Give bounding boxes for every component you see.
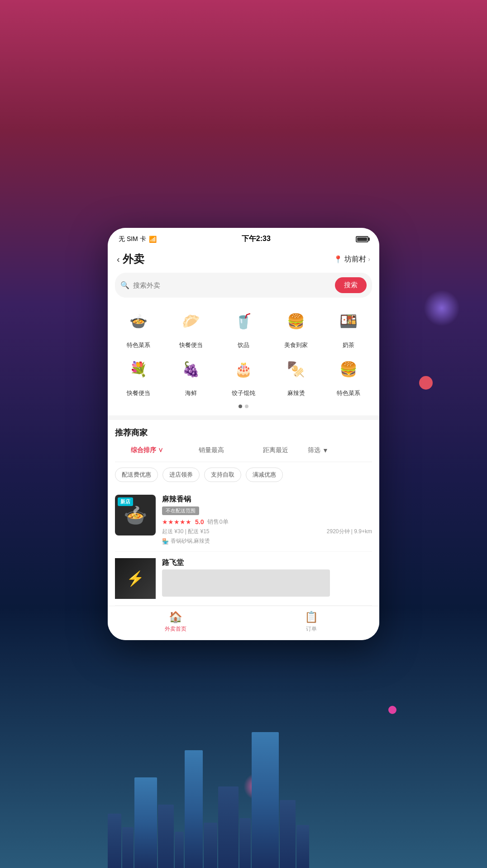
merchants-section: 推荐商家 综合排序 ∨ 销量最高 距离最近 筛选 ▼ 配送费优惠 进店领券 支持… [108, 420, 379, 606]
tejiacai-icon: 🍲 [122, 305, 155, 338]
category-img-meishi: 🍔 [280, 305, 312, 338]
dot-1 [239, 405, 242, 408]
dot-2 [245, 405, 248, 408]
category-item-haixian[interactable]: 🍇 海鲜 [168, 353, 214, 397]
location-selector[interactable]: 📍 坊前村 › [334, 255, 370, 264]
category-img-kuaican2: 💐 [122, 353, 155, 386]
category-item-yinpin[interactable]: 🥤 饮品 [221, 305, 266, 349]
new-badge: 新店 [118, 497, 133, 506]
category-label-tejiacai: 特色菜系 [127, 341, 150, 349]
kuaican-icon: 🥟 [175, 305, 207, 338]
not-in-range-badge: 不在配送范围 [162, 506, 199, 515]
category-item-jiaozi[interactable]: 🎂 饺子馄饨 [221, 353, 266, 397]
category-label-mala: 麻辣烫 [287, 389, 305, 397]
sort-comprehensive[interactable]: 综合排序 ∨ [115, 444, 179, 456]
bg-orb-red [419, 376, 433, 390]
location-pin-icon: 📍 [334, 255, 343, 264]
sim-status: 无 SIM 卡 [119, 235, 146, 243]
category-img-kuaican: 🥟 [175, 305, 207, 338]
sort-distance[interactable]: 距离最近 [244, 444, 308, 456]
category-item-meishi[interactable]: 🍔 美食到家 [273, 305, 319, 349]
search-button[interactable]: 搜索 [335, 277, 367, 293]
sort-distance-label: 距离最近 [263, 446, 288, 453]
category-img-yinpin: 🥤 [227, 305, 260, 338]
category-label-kuaican: 快餐便当 [179, 341, 203, 349]
category-row-2: 💐 快餐便当 🍇 海鲜 🎂 饺子馄饨 🍢 麻辣烫 [112, 353, 375, 397]
back-button[interactable]: ‹ [117, 254, 120, 265]
nav-label-orders: 订单 [306, 625, 317, 633]
category-label-jiaozi: 饺子馄饨 [232, 389, 255, 397]
category-label-haixian: 海鲜 [185, 389, 197, 397]
category-img-haixian: 🍇 [175, 353, 207, 386]
location-arrow-icon: › [368, 256, 370, 263]
restaurant-card-mala[interactable]: 新店 🍲 麻辣香锅 不在配送范围 ★★★★★ 5.0 销售0单 起送 ¥30 |… [115, 488, 372, 552]
lufeiting-icon: ⚡ [126, 570, 144, 587]
category-item-mala[interactable]: 🍢 麻辣烫 [273, 353, 319, 397]
sort-sales-label: 销量最高 [199, 446, 224, 453]
category-img-nacha: 🍱 [332, 305, 365, 338]
category-label-meishi: 美食到家 [284, 341, 308, 349]
rating-score-mala: 5.0 [195, 518, 204, 526]
sales-mala: 销售0单 [207, 518, 228, 526]
category-item-nacha[interactable]: 🍱 奶茶 [326, 305, 371, 349]
filter-icon: ▼ [322, 447, 329, 454]
sort-comprehensive-label: 综合排序 [131, 446, 156, 453]
city-skyline [108, 709, 379, 868]
nacha-icon: 🍱 [332, 305, 365, 338]
restaurant-card-lufeiting[interactable]: ⚡ 路飞堂 [115, 552, 372, 606]
wifi-icon: 📶 [149, 236, 157, 243]
category-img-jiaozi: 🎂 [227, 353, 260, 386]
restaurant-info-lufeiting: 路飞堂 [162, 558, 372, 599]
jiaozi-icon: 🎂 [227, 353, 260, 386]
category-item-kuaican[interactable]: 🥟 快餐便当 [168, 305, 214, 349]
category-section: 🍲 特色菜系 🥟 快餐便当 🥤 饮品 🍔 美食到家 [108, 305, 379, 415]
filter-tags: 配送费优惠 进店领券 支持自取 满减优惠 [115, 468, 372, 482]
shop-icon: 🏪 [162, 538, 169, 545]
category-item-kuaican2[interactable]: 💐 快餐便当 [116, 353, 161, 397]
yinpin-icon: 🥤 [227, 305, 260, 338]
home-icon: 🏠 [169, 611, 182, 623]
filter-tag-delivery-fee[interactable]: 配送费优惠 [115, 468, 158, 482]
restaurant-info-mala: 麻辣香锅 不在配送范围 ★★★★★ 5.0 销售0单 起送 ¥30 | 配送 ¥… [162, 495, 372, 545]
sort-sales[interactable]: 销量最高 [179, 444, 244, 456]
bg-orb-purple [424, 290, 460, 326]
category-label-yinpin: 饮品 [238, 341, 249, 349]
page-title: 外卖 [123, 252, 144, 266]
nav-label-home: 外卖首页 [165, 625, 186, 633]
delivery-info-mala: 起送 ¥30 | 配送 ¥15 2920分钟 | 9.9+km [162, 528, 372, 535]
bg-orb-pink [388, 706, 396, 714]
filter-tag-self-pickup[interactable]: 支持自取 [204, 468, 241, 482]
sort-comprehensive-arrow: ∨ [158, 446, 163, 453]
merchants-title: 推荐商家 [115, 427, 372, 438]
category-item-tejiacai[interactable]: 🍲 特色菜系 [116, 305, 161, 349]
status-right [356, 236, 368, 242]
nav-item-home[interactable]: 🏠 外卖首页 [108, 611, 244, 633]
category-label-tejiacai2: 特色菜系 [337, 389, 360, 397]
orders-icon: 📋 [305, 611, 318, 623]
food-types-text-mala: 香锅砂锅,麻辣烫 [171, 537, 210, 545]
phone-container: 无 SIM 卡 📶 下午2:33 ‹ 外卖 📍 坊前村 › 🔍 搜索 [108, 228, 379, 640]
battery-fill [357, 237, 367, 241]
filter-tag-discount[interactable]: 满减优惠 [246, 468, 283, 482]
category-img-tejiacai: 🍲 [122, 305, 155, 338]
search-input[interactable] [133, 281, 331, 289]
meishi-icon: 🍔 [280, 305, 312, 338]
sort-filter[interactable]: 筛选 ▼ [308, 444, 372, 456]
stars-mala: ★★★★★ [162, 518, 191, 526]
bottom-nav: 🏠 外卖首页 📋 订单 [108, 606, 379, 640]
nav-item-orders[interactable]: 📋 订单 [244, 611, 379, 633]
restaurant-name-lufeiting: 路飞堂 [162, 558, 372, 568]
category-item-tejiacai2[interactable]: 🍔 特色菜系 [326, 353, 371, 397]
search-bar: 🔍 搜索 [115, 273, 372, 298]
category-img-mala: 🍢 [280, 353, 312, 386]
restaurant-name-mala: 麻辣香锅 [162, 495, 372, 504]
rating-row-mala: ★★★★★ 5.0 销售0单 [162, 518, 372, 526]
category-img-tejiacai2: 🍔 [332, 353, 365, 386]
location-name: 坊前村 [344, 255, 366, 264]
status-left: 无 SIM 卡 📶 [119, 235, 157, 243]
restaurant-img-lufeiting: ⚡ [115, 558, 156, 599]
header-left: ‹ 外卖 [117, 252, 144, 266]
filter-tag-coupon[interactable]: 进店领券 [162, 468, 200, 482]
status-time: 下午2:33 [242, 234, 271, 244]
sort-bar: 综合排序 ∨ 销量最高 距离最近 筛选 ▼ [115, 444, 372, 462]
